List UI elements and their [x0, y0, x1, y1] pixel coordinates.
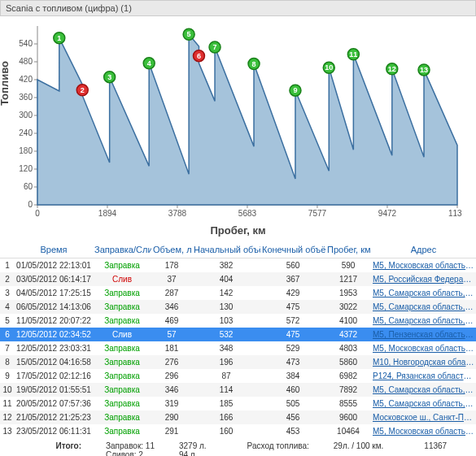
svg-text:2: 2	[81, 86, 85, 94]
col-header[interactable]: Адрес	[371, 241, 476, 258]
svg-text:10: 10	[325, 63, 333, 72]
svg-text:3: 3	[107, 73, 111, 81]
col-header[interactable]: Время	[15, 241, 93, 258]
svg-text:5: 5	[187, 30, 191, 38]
table-row[interactable]: 815/05/2012 04:16:58Заправка276196473586…	[0, 355, 476, 369]
address-link[interactable]: M5, Московская область, Россий…	[371, 258, 476, 273]
col-header[interactable]	[0, 241, 15, 258]
svg-text:9: 9	[293, 86, 297, 94]
table-row[interactable]: 712/05/2012 23:03:31Заправка181348529480…	[0, 341, 476, 355]
svg-text:7577: 7577	[308, 209, 327, 218]
address-link[interactable]: P124, Рязанская область, Росси…	[371, 369, 476, 383]
svg-text:9472: 9472	[378, 209, 397, 218]
svg-text:3788: 3788	[168, 209, 187, 218]
total-run: 11367	[424, 441, 447, 450]
address-link[interactable]: M5, Самарская область, Россий…	[371, 383, 476, 397]
svg-text:1136: 1136	[448, 209, 462, 218]
table-body: 101/05/2012 22:13:01Заправка178382560590…	[0, 258, 476, 439]
consumption-value: 29л. / 100 км.	[334, 441, 384, 450]
address-link[interactable]: M5, Российская Федерация	[371, 272, 476, 286]
table-row[interactable]: 511/05/2012 20:07:22Заправка469103572410…	[0, 314, 476, 328]
x-axis-label: Пробег, км	[7, 224, 469, 237]
svg-text:180: 180	[19, 146, 33, 155]
svg-text:13: 13	[420, 66, 428, 74]
address-link[interactable]: Московское ш., Санкт-Петербург…	[371, 410, 476, 424]
svg-text:60: 60	[24, 182, 33, 191]
table-row[interactable]: 1323/05/2012 06:11:31Заправка29116045310…	[0, 424, 476, 438]
table-row[interactable]: 304/05/2012 17:25:15Заправка287142429195…	[0, 286, 476, 300]
totals-counts: Заправок: 11 Сливов: 2	[106, 441, 155, 456]
col-header[interactable]: Объем, л	[151, 241, 192, 258]
chart-canvas: 0601201802403003604204805400189437885683…	[7, 20, 462, 223]
totals-row: Итого: Заправок: 11 Сливов: 2 3279 л. 94…	[0, 438, 476, 456]
svg-text:5683: 5683	[238, 209, 257, 218]
address-link[interactable]: M5, Самарская область, Россий…	[371, 300, 476, 314]
table-row[interactable]: 917/05/2012 02:12:16Заправка296873846982…	[0, 369, 476, 383]
svg-text:12: 12	[388, 65, 396, 73]
table-row[interactable]: 612/05/2012 02:34:52Слив575324754372M5, …	[0, 328, 476, 341]
svg-text:420: 420	[19, 75, 33, 84]
consumption-label: Расход топлива:	[247, 441, 309, 450]
col-header[interactable]: Заправка/Слив	[93, 241, 151, 258]
table-row[interactable]: 1019/05/2012 01:55:51Заправка34611446078…	[0, 383, 476, 397]
address-link[interactable]: M5, Самарская область, Россий…	[371, 314, 476, 328]
events-table: ВремяЗаправка/СливОбъем, лНачальный объё…	[0, 241, 476, 438]
svg-text:1: 1	[57, 34, 61, 42]
address-link[interactable]: M10, Новгородская область, Рос…	[371, 355, 476, 369]
table-row[interactable]: 1120/05/2012 07:57:36Заправка31918550585…	[0, 397, 476, 410]
address-link[interactable]: M5, Пензенская область, Росси…	[371, 328, 476, 341]
table-row[interactable]: 1221/05/2012 21:25:23Заправка29016645696…	[0, 410, 476, 424]
svg-text:4: 4	[147, 59, 151, 67]
svg-text:8: 8	[252, 60, 256, 68]
svg-text:6: 6	[197, 52, 201, 60]
address-link[interactable]: M5, Московская область, Россий…	[371, 341, 476, 355]
col-header[interactable]: Конечный объём, л	[260, 241, 325, 258]
svg-text:300: 300	[19, 111, 33, 119]
totals-label: Итого:	[55, 441, 81, 450]
table-row[interactable]: 101/05/2012 22:13:01Заправка178382560590…	[0, 258, 476, 273]
svg-text:240: 240	[19, 128, 33, 137]
svg-text:0: 0	[35, 209, 40, 218]
svg-text:480: 480	[19, 57, 33, 66]
svg-text:0: 0	[28, 200, 33, 209]
svg-text:1894: 1894	[98, 209, 117, 218]
y-axis-label: Топливо	[0, 61, 11, 106]
address-link[interactable]: M5, Московская область, Россий…	[371, 424, 476, 438]
svg-text:540: 540	[19, 39, 33, 48]
address-link[interactable]: M5, Самарская область, Россий…	[371, 286, 476, 300]
window-title: Scania с топливом (цифра) (1)	[0, 0, 476, 16]
svg-text:360: 360	[19, 93, 33, 102]
address-link[interactable]: M5, Самарская область, Россий…	[371, 397, 476, 410]
svg-text:11: 11	[349, 50, 357, 59]
svg-text:7: 7	[213, 43, 217, 51]
col-header[interactable]: Начальный объём, л	[192, 241, 260, 258]
table-header-row: ВремяЗаправка/СливОбъем, лНачальный объё…	[0, 241, 476, 258]
fuel-chart: Топливо 06012018024030036042048054001894…	[0, 16, 476, 237]
table-row[interactable]: 203/05/2012 06:14:17Слив374043671217M5, …	[0, 272, 476, 286]
svg-text:120: 120	[19, 164, 33, 173]
totals-volumes: 3279 л. 94 л.	[179, 441, 207, 456]
col-header[interactable]: Пробег, км	[325, 241, 371, 258]
table-row[interactable]: 406/05/2012 14:13:06Заправка346130475302…	[0, 300, 476, 314]
